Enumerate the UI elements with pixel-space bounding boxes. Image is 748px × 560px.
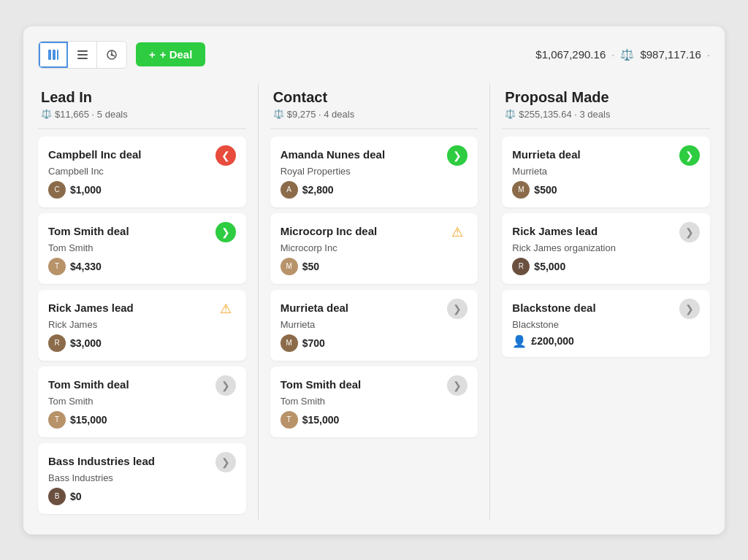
deal-card[interactable]: Microcorp Inc deal⚠Microcorp IncM$50 xyxy=(270,213,478,284)
card-amount: $1,000 xyxy=(70,184,102,196)
deal-card[interactable]: Bass Industries lead❯Bass IndustriesB$0 xyxy=(38,443,246,514)
kanban-view-button[interactable] xyxy=(39,42,68,68)
avatar: M xyxy=(512,181,530,199)
card-status-icon[interactable]: ❯ xyxy=(215,375,236,396)
avatar: T xyxy=(48,411,66,429)
card-amount: $50 xyxy=(302,261,319,272)
card-company: Blackstone xyxy=(512,319,700,330)
deal-card[interactable]: Rick James lead⚠Rick JamesR$3,000 xyxy=(38,290,246,361)
deal-card[interactable]: Murrieta deal❯MurrietaM$500 xyxy=(502,137,710,207)
card-company: Murrieta xyxy=(280,319,468,330)
column-contact: Contact⚖️ $9,275 · 4 dealsAmanda Nunes d… xyxy=(270,83,478,520)
card-title: Amanda Nunes deal xyxy=(280,148,385,161)
column-header-contact: Contact⚖️ $9,275 · 4 deals xyxy=(270,83,478,129)
card-status-icon[interactable]: ❯ xyxy=(447,375,468,396)
view-toggle xyxy=(38,41,127,69)
toolbar-stats: $1,067,290.16 · ⚖️ $987,117.16 · xyxy=(535,48,710,61)
column-divider xyxy=(489,83,490,520)
card-status-icon[interactable]: ⚠ xyxy=(447,222,468,242)
card-title: Tom Smith deal xyxy=(48,378,129,391)
card-amount: $2,800 xyxy=(302,184,334,196)
column-meta-proposal-made: ⚖️ $255,135.64 · 3 deals xyxy=(505,109,707,120)
column-header-lead-in: Lead In⚖️ $11,665 · 5 deals xyxy=(38,83,246,129)
card-title: Blackstone deal xyxy=(512,302,595,314)
avatar: C xyxy=(48,181,66,199)
card-title: Murrieta deal xyxy=(280,302,348,314)
card-status-icon[interactable]: ⚠ xyxy=(215,299,236,319)
card-amount: £200,000 xyxy=(531,335,573,347)
deal-card[interactable]: Murrieta deal❯MurrietaM$700 xyxy=(270,290,478,361)
card-amount: $0 xyxy=(70,491,82,502)
svg-point-7 xyxy=(111,53,113,55)
column-meta-contact: ⚖️ $9,275 · 4 deals xyxy=(273,109,476,120)
column-divider xyxy=(258,83,259,520)
card-status-icon[interactable]: ❯ xyxy=(447,299,468,319)
avatar: A xyxy=(280,181,298,199)
card-company: Murrieta xyxy=(512,166,700,177)
deal-card[interactable]: Amanda Nunes deal❯Royal PropertiesA$2,80… xyxy=(270,137,478,207)
deal-card[interactable]: Tom Smith deal❯Tom SmithT$4,330 xyxy=(38,213,246,284)
avatar: T xyxy=(280,411,298,429)
card-status-icon[interactable]: ❯ xyxy=(215,222,236,242)
card-status-icon[interactable]: ❯ xyxy=(679,222,700,242)
column-title-lead-in: Lead In xyxy=(41,89,243,106)
deal-card[interactable]: Blackstone deal❯Blackstone👤£200,000 xyxy=(502,290,710,357)
card-amount: $5,000 xyxy=(534,261,565,272)
crm-board: + + Deal $1,067,290.16 · ⚖️ $987,117.16 … xyxy=(23,26,725,534)
card-company: Tom Smith xyxy=(48,396,236,407)
svg-rect-5 xyxy=(77,58,88,59)
card-company: Tom Smith xyxy=(48,242,236,253)
card-company: Bass Industries xyxy=(48,472,236,483)
svg-rect-1 xyxy=(53,50,56,60)
balance-mini-icon: ⚖️ xyxy=(41,109,52,119)
card-status-icon[interactable]: ❯ xyxy=(447,145,468,166)
balance-icon: ⚖️ xyxy=(620,48,634,61)
card-status-icon[interactable]: ❯ xyxy=(679,145,700,166)
balance-mini-icon: ⚖️ xyxy=(505,109,516,119)
total-amount: $1,067,290.16 xyxy=(535,48,606,61)
avatar: T xyxy=(48,258,66,275)
kanban-board: Lead In⚖️ $11,665 · 5 dealsCampbell Inc … xyxy=(38,83,710,520)
card-amount: $4,330 xyxy=(70,261,102,272)
deal-card[interactable]: Tom Smith deal❯Tom SmithT$15,000 xyxy=(270,367,478,437)
card-status-icon[interactable]: ❯ xyxy=(215,452,236,472)
card-company: Royal Properties xyxy=(280,166,468,177)
analytics-view-button[interactable] xyxy=(97,42,126,68)
column-proposal-made: Proposal Made⚖️ $255,135.64 · 3 dealsMur… xyxy=(502,83,710,520)
column-lead-in: Lead In⚖️ $11,665 · 5 dealsCampbell Inc … xyxy=(38,83,246,520)
card-title: Tom Smith deal xyxy=(280,378,362,391)
card-company: Rick James organization xyxy=(512,242,700,253)
card-amount: $15,000 xyxy=(70,414,107,426)
card-status-icon[interactable]: ❮ xyxy=(215,145,236,166)
card-title: Rick James lead xyxy=(512,225,598,237)
card-amount: $3,000 xyxy=(70,337,102,349)
plus-icon: + xyxy=(149,48,156,61)
card-title: Murrieta deal xyxy=(512,148,580,161)
deal-card[interactable]: Rick James lead❯Rick James organizationR… xyxy=(502,213,710,284)
card-title: Campbell Inc deal xyxy=(48,148,142,161)
card-status-icon[interactable]: ❯ xyxy=(679,299,700,319)
card-title: Microcorp Inc deal xyxy=(280,225,378,237)
avatar: M xyxy=(280,334,298,352)
column-header-proposal-made: Proposal Made⚖️ $255,135.64 · 3 deals xyxy=(502,83,710,129)
card-company: Microcorp Inc xyxy=(280,242,468,253)
balance-mini-icon: ⚖️ xyxy=(273,109,284,119)
dot-separator: · xyxy=(611,48,614,61)
card-amount: $700 xyxy=(302,337,325,349)
deal-card[interactable]: Campbell Inc deal❮Campbell IncC$1,000 xyxy=(38,137,246,207)
svg-rect-2 xyxy=(57,50,58,60)
card-title: Rick James lead xyxy=(48,302,134,314)
column-title-proposal-made: Proposal Made xyxy=(505,89,707,106)
add-deal-button[interactable]: + + Deal xyxy=(136,42,205,66)
add-deal-label: + Deal xyxy=(160,48,193,61)
avatar: R xyxy=(48,334,66,352)
list-view-button[interactable] xyxy=(68,42,97,68)
card-company: Rick James xyxy=(48,319,236,330)
deal-card[interactable]: Tom Smith deal❯Tom SmithT$15,000 xyxy=(38,367,246,437)
card-title: Bass Industries lead xyxy=(48,455,155,467)
svg-rect-0 xyxy=(48,50,51,60)
avatar: B xyxy=(48,488,66,505)
card-company: Campbell Inc xyxy=(48,166,236,177)
person-icon: 👤 xyxy=(512,334,527,348)
balance-amount: $987,117.16 xyxy=(640,48,701,61)
